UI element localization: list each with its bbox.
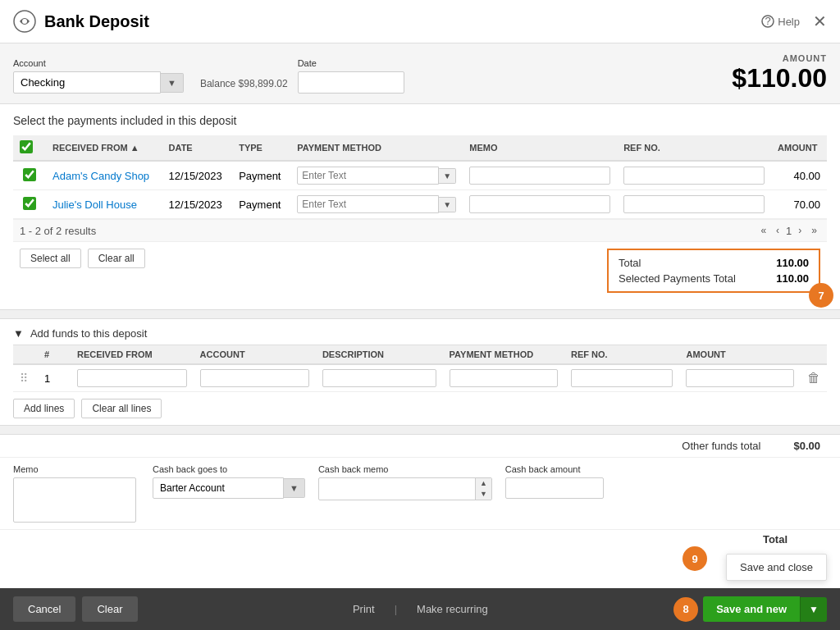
col-check — [13, 135, 46, 161]
select-all-checkbox[interactable] — [20, 140, 33, 153]
add-funds-section: ▼ Add funds to this deposit # RECEIVED F… — [0, 319, 840, 457]
row1-type: Payment — [232, 161, 290, 190]
collapse-icon: ▼ — [13, 327, 24, 340]
add-funds-title: Add funds to this deposit — [30, 327, 147, 340]
row1-pm-input[interactable] — [297, 167, 439, 185]
bank-deposit-icon — [13, 10, 36, 33]
cash-back-goes-to-select[interactable]: Barter Account — [153, 477, 284, 499]
page-next-button[interactable]: › — [795, 223, 805, 238]
row1-checkbox[interactable] — [23, 168, 36, 181]
print-link[interactable]: Print — [353, 603, 375, 615]
row2-date: 12/15/2023 — [162, 190, 233, 219]
row2-checkbox[interactable] — [23, 197, 36, 210]
help-link[interactable]: ? Help — [761, 15, 800, 28]
total-value: 110.00 — [776, 257, 809, 269]
modal-title: Bank Deposit — [44, 12, 149, 31]
col-received-from[interactable]: RECEIVED FROM ▲ — [46, 135, 162, 161]
cash-back-memo-input[interactable] — [319, 479, 475, 499]
amount-value: $110.00 — [732, 63, 827, 94]
footer-separator: | — [395, 603, 397, 615]
date-label: Date — [298, 58, 404, 68]
funds-row1-description[interactable] — [322, 369, 436, 387]
col-payment-method: PAYMENT METHOD — [290, 135, 463, 161]
svg-text:?: ? — [765, 15, 771, 27]
col-date: DATE — [162, 135, 233, 161]
row2-amount: 70.00 — [771, 190, 827, 219]
h-scroll-area[interactable] — [0, 309, 840, 319]
select-all-button[interactable]: Select all — [20, 249, 81, 268]
funds-col-account: ACCOUNT — [194, 345, 316, 364]
modal-footer: Cancel Clear Print | Make recurring 8 Sa… — [0, 588, 840, 630]
bottom-total-label: Total — [763, 533, 788, 546]
cancel-button[interactable]: Cancel — [13, 596, 75, 622]
funds-col-received: RECEIVED FROM — [71, 345, 194, 364]
payments-table: RECEIVED FROM ▲ DATE TYPE PAYMENT METHOD… — [13, 135, 827, 219]
col-ref-no: REF NO. — [617, 135, 771, 161]
cash-back-memo-label: Cash back memo — [318, 464, 492, 474]
funds-col-payment-method: PAYMENT METHOD — [443, 345, 564, 364]
account-dropdown-button[interactable]: ▼ — [161, 73, 184, 93]
funds-h-scroll-area[interactable] — [0, 425, 840, 435]
col-type: TYPE — [232, 135, 290, 161]
funds-table: # RECEIVED FROM ACCOUNT DESCRIPTION PAYM… — [13, 345, 827, 392]
balance-text: Balance $98,899.02 — [200, 78, 288, 89]
funds-row1-received[interactable] — [77, 369, 187, 387]
funds-row1-num: 1 — [38, 364, 71, 392]
funds-row1-ref[interactable] — [571, 369, 673, 387]
row1-pm-dropdown[interactable]: ▼ — [439, 168, 456, 184]
step-badge-8: 8 — [673, 597, 698, 622]
results-text: 1 - 2 of 2 results — [20, 225, 96, 237]
page-first-button[interactable]: « — [757, 223, 769, 238]
funds-col-description: DESCRIPTION — [316, 345, 443, 364]
col-amount: AMOUNT — [771, 135, 827, 161]
total-row: Total — [0, 529, 840, 549]
drag-handle[interactable]: ⠿ — [20, 372, 28, 385]
totals-box: Total 110.00 Selected Payments Total 110… — [607, 249, 820, 293]
add-funds-header[interactable]: ▼ Add funds to this deposit — [0, 319, 840, 345]
account-input[interactable] — [13, 71, 161, 94]
save-close-tooltip[interactable]: Save and close — [726, 554, 827, 581]
clear-all-button[interactable]: Clear all — [88, 249, 145, 268]
table-row: Julie's Doll House 12/15/2023 Payment ▼ — [13, 190, 827, 219]
cash-back-goes-to-dropdown[interactable]: ▼ — [284, 478, 305, 498]
account-label: Account — [13, 58, 184, 68]
page-prev-button[interactable]: ‹ — [773, 223, 783, 238]
cash-back-amount-input[interactable] — [505, 477, 604, 499]
funds-row1-account[interactable] — [200, 369, 309, 387]
funds-row1-delete-button[interactable]: 🗑 — [807, 371, 820, 386]
cash-back-memo-spin-down[interactable]: ▼ — [476, 489, 491, 500]
date-input[interactable] — [298, 71, 404, 94]
row1-date: 12/15/2023 — [162, 161, 233, 190]
row2-pm-dropdown[interactable]: ▼ — [439, 197, 456, 212]
save-dropdown-button[interactable]: ▼ — [800, 597, 827, 622]
add-lines-button[interactable]: Add lines — [13, 399, 75, 418]
row1-memo-input[interactable] — [469, 167, 610, 185]
amount-label: AMOUNT — [732, 53, 827, 63]
cash-back-memo-spin-up[interactable]: ▲ — [476, 478, 491, 489]
svg-point-1 — [22, 19, 27, 24]
funds-col-delete — [801, 345, 827, 364]
page-last-button[interactable]: » — [808, 223, 820, 238]
close-button[interactable]: ✕ — [813, 13, 827, 30]
funds-row1-amount[interactable] — [686, 369, 794, 387]
payments-section-title: Select the payments included in this dep… — [13, 114, 827, 127]
save-and-new-button[interactable]: Save and new — [703, 596, 800, 622]
row2-pm-input[interactable] — [297, 195, 439, 213]
row2-memo-input[interactable] — [469, 195, 610, 213]
row1-amount: 40.00 — [771, 161, 827, 190]
funds-row1-pm[interactable] — [450, 369, 558, 387]
memo-textarea[interactable] — [13, 477, 136, 523]
clear-all-lines-button[interactable]: Clear all lines — [81, 399, 162, 418]
row1-ref-input[interactable] — [623, 167, 765, 185]
row1-name-link[interactable]: Adam's Candy Shop — [52, 170, 149, 182]
table-row: Adam's Candy Shop 12/15/2023 Payment ▼ — [13, 161, 827, 190]
other-funds-label: Other funds total — [682, 440, 760, 452]
row2-ref-input[interactable] — [623, 195, 765, 213]
clear-button[interactable]: Clear — [82, 596, 137, 622]
funds-table-row: ⠿ 1 🗑 — [13, 364, 827, 392]
make-recurring-link[interactable]: Make recurring — [417, 603, 488, 615]
col-memo: MEMO — [463, 135, 617, 161]
row2-name-link[interactable]: Julie's Doll House — [52, 199, 137, 211]
cash-back-goes-to-label: Cash back goes to — [153, 464, 305, 474]
funds-col-num: # — [38, 345, 71, 364]
